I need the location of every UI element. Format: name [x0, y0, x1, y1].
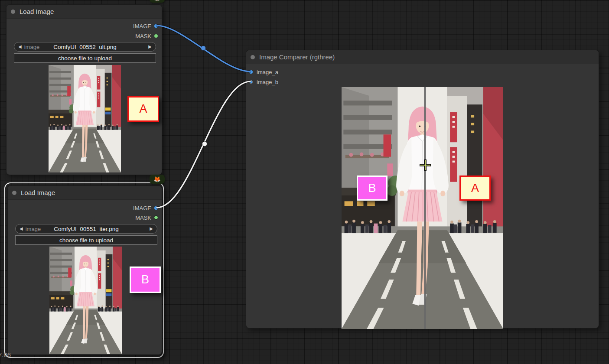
image-combo-widget[interactable]: ◀ image ComfyUI_00551_iter.png ▶ — [15, 224, 157, 234]
output-slot-mask[interactable]: MASK — [135, 32, 158, 40]
image-a-slot-dot-icon[interactable] — [249, 70, 253, 74]
collapse-dot-icon[interactable] — [251, 55, 255, 59]
image-combo-widget[interactable]: ◀ image ComfyUI_00552_ult.png ▶ — [14, 42, 156, 52]
upload-button[interactable]: choose file to upload — [15, 235, 157, 245]
node-load-image-a-header[interactable]: Load Image — [7, 5, 162, 19]
fox-badge-bottom: 🦊 — [150, 175, 165, 184]
image-b-slot-dot-icon[interactable] — [249, 80, 253, 84]
crosshair-cursor-icon — [420, 159, 431, 171]
image-slot-dot-icon[interactable] — [154, 206, 158, 210]
node-title: Load Image — [21, 189, 55, 196]
node-title: Image Comparer (rgthree) — [259, 53, 335, 61]
link-image-b-shadow — [157, 81, 250, 208]
input-slot-image-a[interactable]: image_a — [249, 68, 278, 76]
compare-slider-divider[interactable] — [424, 87, 426, 329]
link-image-a-shadow — [157, 26, 250, 72]
output-slot-mask[interactable]: MASK — [135, 214, 158, 221]
collapse-dot-icon[interactable] — [12, 191, 16, 195]
combo-widget-value: ComfyUI_00551_iter.png — [16, 226, 157, 232]
collapse-dot-icon[interactable] — [11, 10, 15, 14]
output-label-image: IMAGE — [133, 23, 151, 29]
link-image-b-midpoint-dot[interactable] — [202, 142, 207, 146]
node-image-comparer-header[interactable]: Image Comparer (rgthree) — [246, 50, 599, 64]
input-slot-image-b[interactable]: image_b — [249, 78, 278, 86]
link-image-b-wire[interactable] — [157, 81, 250, 208]
annotation-label-a: A — [127, 96, 159, 122]
output-label-mask: MASK — [135, 214, 151, 221]
mask-slot-dot-icon[interactable] — [154, 215, 158, 220]
node-load-image-b-header[interactable]: Load Image — [8, 186, 162, 200]
node-title: Load Image — [20, 8, 54, 15]
upload-button[interactable]: choose file to upload — [14, 53, 156, 63]
combo-widget-value: ComfyUI_00552_ult.png — [14, 44, 156, 50]
output-label-mask: MASK — [135, 33, 151, 39]
annotation-label-b-overlay: B — [357, 176, 388, 201]
comparer-image-area[interactable]: B A — [342, 87, 503, 329]
image-preview — [49, 247, 122, 354]
annotation-label-b: B — [130, 266, 161, 293]
image-slot-dot-icon[interactable] — [154, 24, 158, 28]
image-preview — [49, 65, 121, 172]
mask-slot-dot-icon[interactable] — [154, 34, 158, 38]
output-slot-image[interactable]: IMAGE — [133, 22, 158, 30]
output-label-image: IMAGE — [133, 205, 151, 211]
fps-counter: 7.06 — [0, 351, 11, 358]
fox-icon: 🦊 — [153, 176, 160, 182]
fox-badge-top: 🦊 — [150, 0, 165, 3]
link-image-a-wire[interactable] — [157, 26, 250, 72]
output-slot-image[interactable]: IMAGE — [133, 204, 158, 212]
node-image-comparer[interactable]: Image Comparer (rgthree) image_a image_b… — [246, 50, 599, 328]
link-image-a-midpoint-dot[interactable] — [201, 46, 206, 51]
fox-icon: 🦊 — [153, 0, 160, 1]
input-label-image-b: image_b — [257, 79, 278, 85]
annotation-label-a-overlay: A — [459, 176, 491, 201]
node-graph-canvas[interactable]: 🦊 Load Image IMAGE MASK ◀ image ComfyUI_… — [0, 0, 609, 364]
input-label-image-a: image_a — [257, 69, 278, 75]
node-load-image-a[interactable]: Load Image IMAGE MASK ◀ image ComfyUI_00… — [6, 4, 162, 175]
